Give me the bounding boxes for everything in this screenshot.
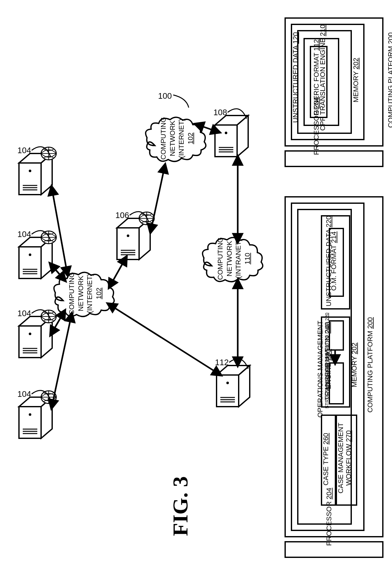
- platform2-unstrd-box: [329, 320, 344, 351]
- svg-line-12: [111, 305, 218, 373]
- platform2-workflow: CASE MANAGEMENTWORKFLOW 270: [337, 414, 353, 502]
- platform2-processor: PROCESSOR 204: [325, 482, 333, 552]
- platform2-title: COMPUTING PLATFORM 200: [366, 302, 374, 428]
- platform2-processor-box: [285, 541, 383, 558]
- diagram-canvas: FIG. 3 100 104 104 104 104 106 108 112 C…: [0, 0, 392, 575]
- ref-104a: 104: [17, 146, 31, 155]
- platform1-data: UNSTRUCTURED DATA 120: [291, 37, 300, 123]
- platform1-processor-box: [285, 150, 383, 167]
- ref-108: 108: [213, 108, 227, 117]
- platform2-om: O.M. FORMAT 214: [330, 228, 338, 294]
- svg-line-8: [52, 266, 63, 278]
- cloud-internet1-text: COMPUTING NETWORK (INTERNET) 102: [67, 270, 103, 317]
- ref-106: 106: [115, 210, 129, 220]
- ref-104d: 104: [17, 389, 31, 399]
- platform2-struct: STRUCTURED DATA 250: [324, 337, 329, 426]
- cloud-internet2-text: COMPUTING NETWORK (INTERNET) 102: [159, 115, 195, 162]
- ref-104c: 104: [17, 309, 31, 318]
- server-108-icon: [215, 116, 248, 157]
- system-ref: 100: [158, 91, 172, 101]
- platform1-memory: MEMORY 202: [352, 23, 360, 137]
- figure-label: FIG. 3: [168, 459, 193, 554]
- ref-112: 112: [215, 358, 229, 367]
- server-112-icon: [217, 366, 250, 407]
- ref-104b: 104: [17, 229, 31, 239]
- svg-line-11: [111, 259, 125, 285]
- platform1-title: COMPUTING PLATFORM 200: [387, 17, 392, 143]
- cloud-intranet-text: COMPUTING NETWORK (INTRANET) 110: [216, 235, 252, 282]
- svg-line-7: [52, 190, 67, 272]
- platform2-struct-box: [329, 362, 344, 404]
- svg-line-13: [151, 168, 164, 229]
- svg-line-10: [52, 316, 71, 405]
- platform1-processor: PROCESSOR 204: [312, 91, 321, 161]
